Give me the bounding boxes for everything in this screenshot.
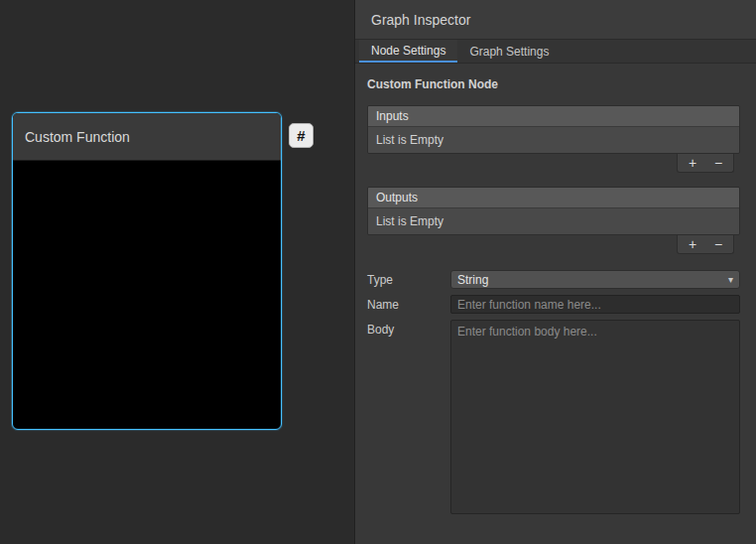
type-label: Type [367,270,450,287]
name-label: Name [367,295,450,312]
section-heading: Custom Function Node [367,77,740,91]
outputs-list-footer: + − [677,235,734,254]
tab-graph-settings-label: Graph Settings [469,45,549,59]
type-dropdown[interactable]: String ▾ [450,270,740,289]
inspector-content: Custom Function Node Inputs List is Empt… [355,77,756,514]
outputs-list-header: Outputs [368,188,739,208]
inspector-tabs: Node Settings Graph Settings [355,40,756,64]
node-settings-fields: Type String ▾ Name Body [367,270,740,514]
outputs-empty-row: List is Empty [368,208,739,234]
inputs-list-footer-wrap: + − [367,154,740,173]
type-dropdown-value: String [457,273,488,287]
tab-node-settings-label: Node Settings [371,44,445,58]
inspector-title: Graph Inspector [371,12,470,28]
function-name-input[interactable] [450,295,740,314]
inspector-header: Graph Inspector [355,0,756,40]
chevron-down-icon: ▾ [728,274,733,285]
add-output-button[interactable]: + [682,236,703,253]
tab-node-settings[interactable]: Node Settings [359,40,457,63]
hash-icon: # [297,127,305,144]
tab-graph-settings[interactable]: Graph Settings [457,40,561,63]
inputs-list: Inputs List is Empty [367,105,740,154]
inputs-list-header: Inputs [368,106,739,127]
node-title: Custom Function [25,129,130,145]
remove-output-button[interactable]: − [707,236,729,253]
inputs-empty-row: List is Empty [368,127,739,153]
outputs-list: Outputs List is Empty [367,187,740,235]
body-label: Body [367,320,450,337]
graph-canvas[interactable]: Custom Function # [0,0,354,544]
graph-inspector-panel: Graph Inspector Node Settings Graph Sett… [354,0,756,544]
inputs-list-footer: + − [677,154,734,173]
function-body-textarea[interactable] [450,320,740,514]
outputs-list-footer-wrap: + − [367,235,740,254]
node-header[interactable]: Custom Function [13,113,281,161]
remove-input-button[interactable]: − [707,155,729,172]
add-input-button[interactable]: + [682,155,703,172]
node-preview-toggle-badge[interactable]: # [289,123,314,148]
custom-function-node[interactable]: Custom Function [12,112,282,430]
